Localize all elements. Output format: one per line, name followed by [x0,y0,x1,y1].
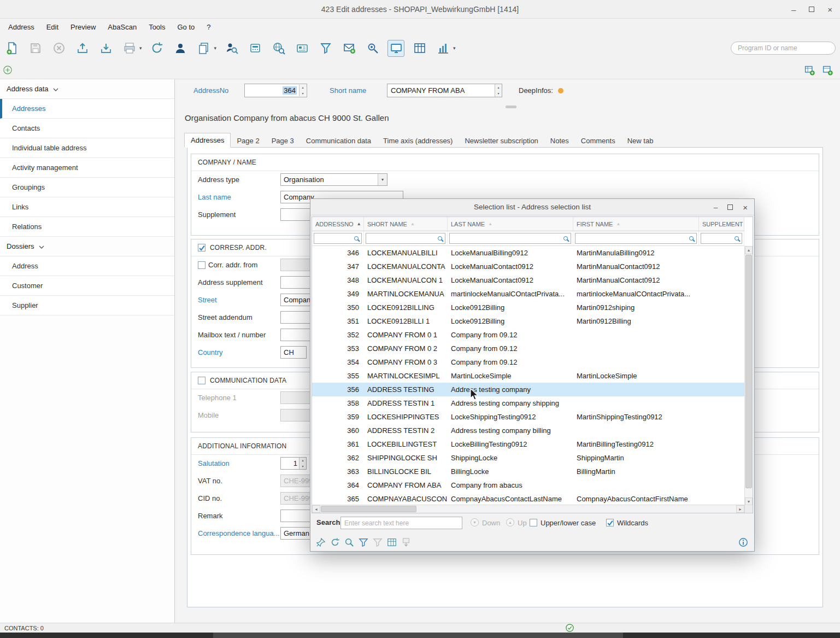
cancel-button[interactable] [50,40,67,57]
column-header-first-name[interactable]: FIRST NAME▲ [573,217,699,231]
column-header-short-name[interactable]: SHORT NAME▲ [364,217,448,231]
scroll-up-icon[interactable]: ▲ [745,246,753,254]
add-button[interactable] [3,65,13,75]
column-header-supplement[interactable]: SUPPLEMENT▲ [699,217,744,231]
new-address-button[interactable] [3,40,20,57]
refresh-list-button[interactable] [329,537,340,548]
tab-comments[interactable]: Comments [575,134,621,148]
dialog-titlebar[interactable]: Selection list - Address selection list … [310,199,754,215]
filter-button[interactable] [317,40,334,57]
sidebar-item-customer[interactable]: Customer [0,276,174,296]
menu-item-tools[interactable]: Tools [143,20,171,34]
table-row[interactable]: 346LOCKEMANUALBILLILockeManualBilling091… [312,246,744,260]
sidebar-item-addresses[interactable]: Addresses [0,99,174,119]
address-type-select[interactable]: Organisation ▾ [280,173,387,186]
menu-item-go-to[interactable]: Go to [171,20,201,34]
menu-item-address[interactable]: Address [2,20,40,34]
person-search-button[interactable] [223,40,240,57]
tab-notes[interactable]: Notes [544,134,575,148]
table-row[interactable]: 350LOCKE0912BILLINGLocke0912BillingMarti… [312,301,744,314]
table-row[interactable]: 347LOCKEMANUALCONTALockeManualContact091… [312,260,744,273]
shortname-input[interactable] [387,84,502,97]
import-button[interactable] [74,40,91,57]
sidebar-item-contacts[interactable]: Contacts [0,119,174,138]
menu-item-item[interactable]: ? [201,20,216,34]
window-maximize-button[interactable] [809,7,814,12]
corresp-addr-checkbox[interactable] [198,244,205,251]
tab-page-3[interactable]: Page 3 [266,134,300,148]
save-button[interactable] [27,40,44,57]
tab-page-2[interactable]: Page 2 [231,134,265,148]
program-search-input[interactable] [731,42,836,55]
sidebar-item-relations[interactable]: Relations [0,217,174,237]
corr-addr-from-checkbox[interactable] [198,261,205,269]
dialog-minimize-button[interactable]: – [714,203,718,212]
pin-button[interactable] [315,537,326,548]
table-row[interactable]: 364COMPANY FROM ABACompany from abacus [312,478,744,492]
menu-item-abascan[interactable]: AbaScan [102,20,143,34]
clear-filter-button[interactable] [372,537,383,548]
wildcards-checkbox[interactable] [606,519,614,526]
table-row[interactable]: 358ADDRESS TESTIN 1Address testing compa… [312,396,744,410]
filter-input-first-name[interactable] [575,233,697,244]
salutation-spinner[interactable]: ▴▾ [299,458,306,469]
sidebar-item-individual-table-address[interactable]: Individual table address [0,138,174,158]
sidebar-item-activity-management[interactable]: Activity management [0,158,174,178]
menu-item-preview[interactable]: Preview [64,20,102,34]
scrollbar-thumb[interactable] [321,506,416,512]
chevron-down-icon[interactable]: ▾ [139,45,142,51]
sidebar-item-groupings[interactable]: Groupings [0,178,174,197]
table-row[interactable]: 354COMPANY FROM 0 3Company from 09.12 [312,355,744,369]
table-row[interactable]: 351LOCKE0912BILLI 1Locke0912BillingMarti… [312,314,744,328]
communication-data-checkbox[interactable] [198,377,205,384]
table-row[interactable]: 356ADDRESS TESTINGAddress testing compan… [312,383,744,396]
tab-newsletter-subscription[interactable]: Newsletter subscription [459,134,544,148]
table-row[interactable]: 363BILLINGLOCKE BILBillingLockeBillingMa… [312,465,744,478]
sidebar-item-supplier[interactable]: Supplier [0,296,174,315]
chevron-down-icon[interactable]: ▾ [378,174,387,185]
monitor-button[interactable] [387,40,404,57]
dialog-search-input[interactable] [340,517,462,529]
refresh-button[interactable] [149,40,166,57]
dialog-close-button[interactable]: × [743,203,748,212]
horizontal-scrollbar[interactable]: ◄ ► [312,505,744,513]
search-up-button[interactable]: ▲ [506,518,514,526]
menu-item-edit[interactable]: Edit [40,20,64,34]
search-button[interactable] [343,537,355,548]
search-down-button[interactable]: ▼ [471,518,479,526]
export-button[interactable] [97,40,114,57]
filter-list-button[interactable] [357,537,369,548]
window-close-button[interactable]: × [827,5,832,14]
print-button[interactable]: ▾ [121,40,142,57]
table-row[interactable]: 349MARTINLOCKEMANUAmartinlockeManualCOnt… [312,287,744,301]
sidebar-section-address-data[interactable]: Address data [0,79,174,99]
dialog-maximize-button[interactable] [727,204,733,210]
table-row[interactable]: 355MARTINLOCKESIMPLMartinLockeSimpleMart… [312,369,744,383]
fax-button[interactable] [246,40,263,57]
sidebar-section-dossiers[interactable]: Dossiers [0,237,174,256]
table-row[interactable]: 352COMPANY FROM 0 1Company from 09.12 [312,328,744,342]
table-row[interactable]: 359LOCKESHIPPINGTESLockeShippingTesting0… [312,410,744,424]
tab-addresses[interactable]: Addresses [184,133,231,148]
new-mail-button[interactable] [340,40,357,57]
table-view-button[interactable] [411,40,428,57]
case-checkbox[interactable] [530,519,537,526]
contacts-button[interactable] [172,40,189,57]
shortname-spinner[interactable]: ▴▾ [495,84,502,97]
table-row[interactable]: 361LOCKEBILLINGTESTLockeBillingTesting09… [312,437,744,451]
sidebar-item-address[interactable]: Address [0,256,174,276]
vertical-scrollbar[interactable]: ▲ ▼ [744,246,753,506]
filter-input-last-name[interactable] [449,233,571,244]
table-row[interactable]: 362SHIPPINGLOCKE SHShippingLockeShipping… [312,451,744,465]
window-minimize-button[interactable]: – [791,5,796,14]
addressno-input[interactable]: 364 ▴▾ [244,84,307,97]
table-row[interactable]: 360ADDRESS TESTIN 2Address testing compa… [312,424,744,437]
chart-button[interactable]: ▾ [434,40,456,57]
table-row[interactable]: 365COMPNAYABACUSCONCompnayAbacusContactL… [312,492,744,506]
table-settings-button[interactable] [386,537,397,548]
info-button[interactable] [737,537,749,548]
column-header-last-name[interactable]: LAST NAME▲ [448,217,573,231]
table-row[interactable]: 353COMPANY FROM 0 2Company from 09.12 [312,342,744,355]
chevron-down-icon[interactable]: ▾ [214,45,217,51]
country-input[interactable] [280,346,307,359]
